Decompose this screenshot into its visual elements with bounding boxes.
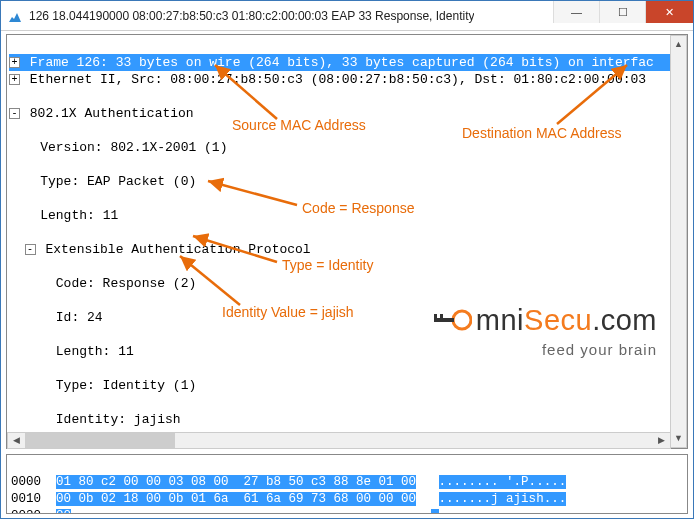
packet-details-pane[interactable]: + Frame 126: 33 bytes on wire (264 bits)… xyxy=(6,34,688,449)
hex-bytes[interactable]: 01 80 c2 00 00 03 08 00 27 b8 50 c3 88 8… xyxy=(56,475,416,489)
hex-offset: 0020 xyxy=(11,509,41,514)
svg-point-5 xyxy=(453,311,471,329)
hex-bytes[interactable]: 00 0b 02 18 00 0b 01 6a 61 6a 69 73 68 0… xyxy=(56,492,416,506)
watermark-logo: mniSecu.com feed your brain xyxy=(432,304,657,358)
auth-row[interactable]: - 802.1X Authentication xyxy=(9,105,687,122)
logo-tagline: feed your brain xyxy=(432,341,657,358)
svg-rect-8 xyxy=(440,314,443,322)
type-row[interactable]: Type: EAP Packet (0) xyxy=(9,173,687,190)
horizontal-scrollbar[interactable]: ◀ ▶ xyxy=(7,432,671,449)
scroll-down-button[interactable]: ▼ xyxy=(671,430,686,447)
scroll-up-button[interactable]: ▲ xyxy=(671,36,686,53)
window-controls: — ☐ ✕ xyxy=(553,1,693,30)
hex-offset: 0010 xyxy=(11,492,41,506)
eap-code-row[interactable]: Code: Response (2) xyxy=(9,275,687,292)
key-icon xyxy=(432,306,472,339)
window-title: 126 18.044190000 08:00:27:b8:50:c3 01:80… xyxy=(29,9,474,23)
vertical-scrollbar[interactable]: ▲ ▼ xyxy=(670,35,687,448)
hex-offset: 0000 xyxy=(11,475,41,489)
eap-type-row[interactable]: Type: Identity (1) xyxy=(9,377,687,394)
scroll-track[interactable] xyxy=(25,433,653,448)
maximize-button[interactable]: ☐ xyxy=(599,1,645,23)
hex-ascii[interactable]: ........ '.P..... xyxy=(439,475,567,489)
svg-rect-7 xyxy=(434,314,437,322)
collapse-icon[interactable]: - xyxy=(25,244,36,255)
ethernet-row[interactable]: + Ethernet II, Src: 08:00:27:b8:50:c3 (0… xyxy=(9,71,687,88)
expand-icon[interactable]: + xyxy=(9,57,20,68)
scroll-left-button[interactable]: ◀ xyxy=(8,433,25,448)
length-row[interactable]: Length: 11 xyxy=(9,207,687,224)
version-row[interactable]: Version: 802.1X-2001 (1) xyxy=(9,139,687,156)
logo-text: mniSecu.com xyxy=(432,304,657,339)
app-icon xyxy=(7,8,23,24)
packet-bytes-pane[interactable]: 0000 01 80 c2 00 00 03 08 00 27 b8 50 c3… xyxy=(6,454,688,514)
window-titlebar: 126 18.044190000 08:00:27:b8:50:c3 01:80… xyxy=(1,1,693,31)
hex-bytes[interactable]: 00 xyxy=(56,509,71,514)
hex-ascii[interactable]: . xyxy=(431,509,439,514)
packet-tree: + Frame 126: 33 bytes on wire (264 bits)… xyxy=(7,35,687,449)
eap-row[interactable]: - Extensible Authentication Protocol xyxy=(9,241,687,258)
expand-icon[interactable]: + xyxy=(9,74,20,85)
scroll-track[interactable] xyxy=(671,53,686,430)
close-button[interactable]: ✕ xyxy=(645,1,693,23)
scroll-thumb[interactable] xyxy=(25,433,175,448)
eap-identity-row[interactable]: Identity: jajish xyxy=(9,411,687,428)
collapse-icon[interactable]: - xyxy=(9,108,20,119)
hex-ascii[interactable]: .......j ajish... xyxy=(439,492,567,506)
frame-row[interactable]: + Frame 126: 33 bytes on wire (264 bits)… xyxy=(9,54,687,71)
scroll-right-button[interactable]: ▶ xyxy=(653,433,670,448)
minimize-button[interactable]: — xyxy=(553,1,599,23)
